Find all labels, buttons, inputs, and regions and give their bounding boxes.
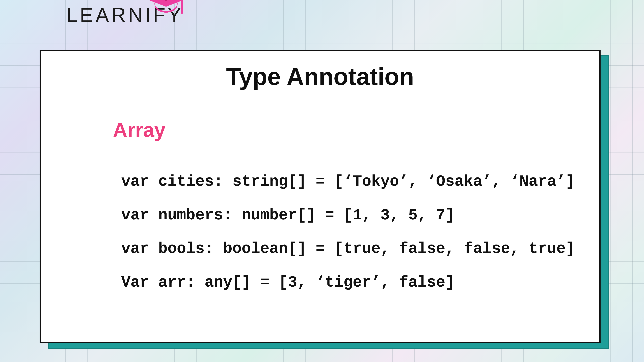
- brand-logo: LEARNIFY: [66, 3, 184, 26]
- code-line: var bools: boolean[] = [true, false, fal…: [121, 240, 575, 258]
- slide-title: Type Annotation: [59, 63, 581, 91]
- code-line: var numbers: number[] = [1, 3, 5, 7]: [121, 206, 455, 224]
- code-block: var cities: string[] = [‘Tokyo’, ‘Osaka’…: [121, 165, 581, 299]
- graduation-cap-icon: [147, 0, 185, 19]
- code-line: Var arr: any[] = [3, ‘tiger’, false]: [121, 274, 455, 291]
- slide-card: Type Annotation Array var cities: string…: [40, 50, 600, 343]
- code-line: var cities: string[] = [‘Tokyo’, ‘Osaka’…: [121, 173, 575, 190]
- slide-subheading: Array: [113, 118, 581, 141]
